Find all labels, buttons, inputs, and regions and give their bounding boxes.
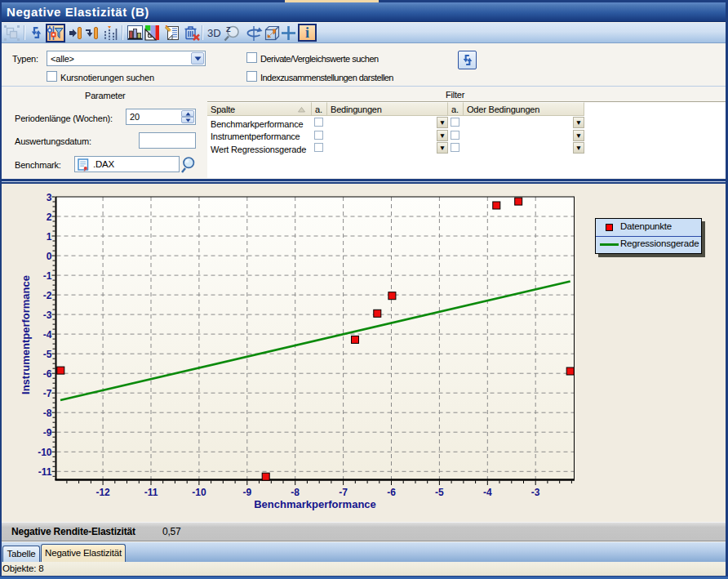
- svg-text:-12: -12: [95, 487, 110, 498]
- svg-text:3: 3: [47, 192, 52, 203]
- svg-text:2: 2: [47, 212, 52, 223]
- svg-text:-8: -8: [291, 487, 300, 498]
- svg-text:Benchmarkperformance: Benchmarkperformance: [254, 498, 376, 510]
- svg-text:-8: -8: [43, 408, 52, 419]
- svg-text:-5: -5: [435, 487, 444, 498]
- svg-text:-6: -6: [43, 368, 52, 380]
- svg-text:-2: -2: [43, 290, 52, 301]
- svg-text:Z: Z: [226, 25, 231, 33]
- svg-text:-9: -9: [43, 427, 52, 439]
- svg-text:-7: -7: [339, 487, 348, 498]
- svg-text:-5: -5: [43, 349, 52, 360]
- svg-text:-4: -4: [43, 329, 52, 341]
- svg-text:-4: -4: [483, 487, 492, 498]
- svg-text:-11: -11: [144, 487, 158, 498]
- svg-text:-10: -10: [192, 487, 206, 498]
- svg-text:Instrumentperformance: Instrumentperformance: [20, 275, 32, 394]
- svg-text:-6: -6: [387, 487, 396, 498]
- svg-text:-1: -1: [43, 270, 52, 282]
- svg-text:-3: -3: [43, 310, 52, 321]
- svg-text:-10: -10: [38, 447, 52, 458]
- svg-text:-9: -9: [242, 487, 251, 498]
- svg-text:-7: -7: [43, 388, 52, 399]
- svg-text:-3: -3: [531, 487, 540, 498]
- svg-text:0: 0: [47, 251, 52, 262]
- svg-text:1: 1: [47, 231, 52, 243]
- svg-text:-11: -11: [38, 466, 52, 478]
